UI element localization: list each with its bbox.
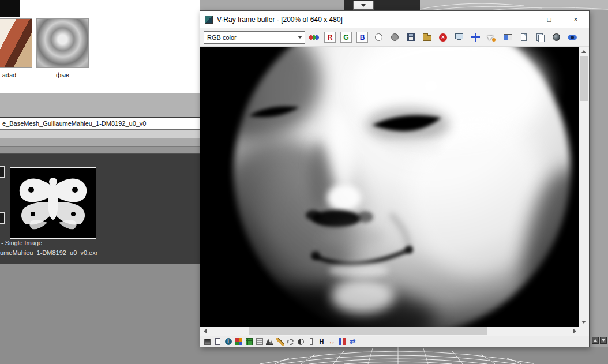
swap-ab-button[interactable]: ⇄	[348, 337, 358, 346]
vertical-scrollbar[interactable]	[579, 47, 588, 327]
viewport-top-right	[420, 0, 608, 10]
color-corrections-button[interactable]	[565, 31, 580, 44]
stereo-bars-icon	[339, 338, 346, 345]
alpha-channel-button[interactable]	[371, 31, 386, 44]
ink-blot-texture	[10, 168, 96, 238]
vfb-window: V-Ray frame buffer - [200% of 640 x 480]…	[200, 10, 590, 347]
channel-dropdown-value: RGB color	[204, 34, 295, 41]
blue-channel-button[interactable]: B	[355, 31, 370, 44]
panel-spacer-bottom	[0, 264, 200, 364]
stamp-globe-icon	[553, 33, 560, 41]
stamp-button[interactable]	[549, 31, 564, 44]
exposure-button[interactable]	[286, 337, 295, 346]
file-browser-panel: adad фыв	[0, 0, 200, 93]
levels-button[interactable]	[254, 337, 264, 346]
file-thumbnail-adad[interactable]	[0, 18, 32, 68]
titlebar[interactable]: V-Ray frame buffer - [200% of 640 x 480]…	[200, 11, 589, 28]
stamp-toggle-button[interactable]	[306, 337, 316, 346]
folder-icon	[423, 35, 431, 41]
window-title: V-Ray frame buffer - [200% of 640 x 480]	[217, 16, 509, 24]
rgb-channels-button[interactable]	[306, 31, 321, 44]
cursor-hand-icon	[487, 33, 496, 42]
bar-icon	[310, 338, 313, 345]
scroll-up-button[interactable]	[579, 47, 588, 56]
pixel-info-button[interactable]: i	[223, 337, 233, 346]
up-arrow-icon	[581, 50, 586, 53]
clear-image-button[interactable]	[436, 31, 451, 44]
render-canvas[interactable]	[200, 47, 579, 327]
filename-field[interactable]: e_BaseMesh_GuillaumeMahieu_1-DM8192_u0_v…	[0, 117, 200, 130]
viewport-bottom-strip	[200, 347, 608, 364]
vertical-scroll-thumb[interactable]	[580, 56, 588, 101]
clamp-colors-icon	[204, 339, 211, 345]
width-compare-button[interactable]: ↔	[327, 337, 337, 346]
compare-ab-button[interactable]	[500, 31, 515, 44]
horizontal-scroll-thumb[interactable]	[249, 327, 487, 335]
screen: adad фыв e_BaseMesh_GuillaumeMahieu_1-DM…	[0, 0, 608, 364]
white-balance-button[interactable]	[244, 337, 254, 346]
move-cross-icon	[471, 33, 480, 42]
copy-image-button[interactable]	[516, 31, 531, 44]
edit-curve-button[interactable]	[275, 337, 285, 346]
track-mouse-button[interactable]	[468, 31, 483, 44]
thumbnail-image	[37, 19, 88, 67]
stereo-button[interactable]	[337, 337, 347, 346]
panel-spacer	[0, 93, 200, 117]
load-image-button[interactable]	[419, 31, 434, 44]
swap-arrows-icon: ⇄	[350, 337, 355, 346]
page-icon	[215, 338, 220, 345]
follow-mouse-button[interactable]	[484, 31, 499, 44]
wireframe-sphere	[257, 347, 534, 364]
rollout-bar	[0, 147, 200, 154]
color-corrections-toggle[interactable]	[234, 337, 243, 346]
horizontal-scrollbar[interactable]	[200, 327, 579, 336]
levels-icon	[256, 338, 263, 345]
mono-circle-icon	[391, 33, 399, 41]
thumbnail-image	[0, 19, 32, 67]
green-channel-icon: G	[340, 32, 352, 43]
duplicate-to-host-button[interactable]	[452, 31, 467, 44]
side-scroll-up-icon[interactable]	[592, 337, 599, 344]
right-arrow-icon	[573, 329, 576, 333]
displacement-map-preview	[10, 167, 96, 239]
clamp-colors-button[interactable]	[202, 337, 212, 346]
monitor-icon	[455, 33, 463, 39]
down-arrow-icon	[602, 339, 605, 342]
scroll-right-button[interactable]	[570, 327, 579, 336]
scroll-down-button[interactable]	[579, 317, 588, 327]
contrast-circle-icon	[298, 339, 304, 345]
dropdown-arrow-box[interactable]	[295, 32, 305, 43]
channel-dropdown[interactable]: RGB color	[204, 31, 305, 44]
maximize-button[interactable]: □	[536, 11, 562, 28]
file-thumbnail-fyv[interactable]	[36, 18, 89, 68]
side-scroll-down-icon[interactable]	[600, 337, 607, 344]
grid-icon	[246, 338, 253, 345]
histogram-h-button[interactable]: H	[317, 337, 326, 346]
horizontal-arrows-icon: ↔	[329, 337, 336, 346]
viewport-corner	[0, 0, 20, 17]
up-arrow-icon	[594, 339, 597, 342]
green-channel-button[interactable]: G	[339, 31, 354, 44]
scroll-left-button[interactable]	[200, 327, 209, 336]
mono-channel-button[interactable]	[387, 31, 402, 44]
minimize-button[interactable]: –	[509, 11, 536, 28]
chevron-down-icon	[298, 36, 302, 39]
save-channels-button[interactable]	[532, 31, 547, 44]
pages-icon	[536, 33, 544, 41]
render-output-panel: - Single Image umeMahieu_1-DM8192_u0_v0.…	[0, 154, 200, 264]
blue-channel-icon: B	[356, 32, 368, 43]
gear-icon	[287, 339, 294, 345]
down-arrow-icon	[581, 321, 586, 324]
page-icon	[521, 33, 527, 41]
eye-icon	[568, 35, 577, 40]
close-button[interactable]: ×	[562, 11, 589, 28]
viewport-dropdown[interactable]	[353, 1, 374, 10]
histogram-button[interactable]	[265, 337, 275, 346]
alpha-circle-icon	[375, 33, 382, 41]
view-clamped-button[interactable]	[213, 337, 223, 346]
save-image-button[interactable]	[403, 31, 418, 44]
vfb-toolbar: RGB color R G B	[200, 28, 589, 47]
letter-h-icon: H	[320, 338, 324, 345]
contrast-button[interactable]	[296, 337, 306, 346]
red-channel-button[interactable]: R	[322, 31, 337, 44]
